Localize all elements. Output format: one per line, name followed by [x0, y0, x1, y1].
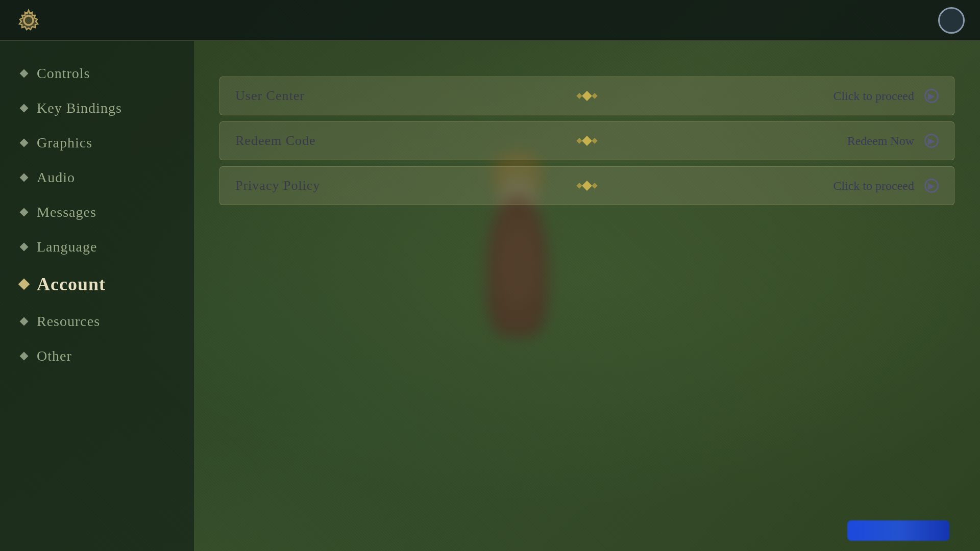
redeem-code-action: Redeem Now▶	[847, 134, 939, 148]
sidebar-item-key-bindings[interactable]: Key Bindings	[0, 91, 194, 126]
setting-row-redeem-code[interactable]: Redeem CodeRedeem Now▶	[219, 121, 954, 160]
sidebar-item-label: Key Bindings	[37, 100, 122, 116]
user-center-action: Click to proceed▶	[833, 89, 939, 103]
sidebar-item-label: Resources	[37, 313, 100, 330]
bullet-icon	[20, 105, 28, 112]
bullet-icon	[20, 353, 28, 360]
sidebar-item-label: Controls	[37, 65, 90, 82]
bullet-icon	[20, 243, 28, 251]
sidebar-item-label: Other	[37, 348, 72, 364]
sidebar-item-account[interactable]: Account	[0, 264, 194, 304]
sidebar-item-controls[interactable]: Controls	[0, 56, 194, 91]
bullet-icon	[20, 174, 28, 181]
setting-row-privacy-policy[interactable]: Privacy PolicyClick to proceed▶	[219, 166, 954, 205]
user-center-action-label: Click to proceed	[833, 89, 914, 103]
sidebar-item-label: Graphics	[37, 135, 92, 151]
row-divider	[577, 182, 597, 189]
sidebar: ControlsKey BindingsGraphicsAudioMessage…	[0, 41, 194, 551]
bullet-icon	[20, 209, 28, 216]
close-button[interactable]	[938, 7, 965, 34]
sidebar-item-label: Account	[37, 273, 106, 295]
header-bar	[0, 0, 980, 41]
main-content: User CenterClick to proceed▶Redeem CodeR…	[194, 41, 980, 551]
bullet-icon	[20, 281, 28, 288]
privacy-policy-action-label: Click to proceed	[833, 179, 914, 193]
sidebar-item-language[interactable]: Language	[0, 230, 194, 264]
arrow-right-icon: ▶	[924, 134, 939, 148]
sidebar-item-label: Audio	[37, 169, 75, 186]
redeem-code-label: Redeem Code	[235, 133, 316, 148]
sidebar-item-resources[interactable]: Resources	[0, 304, 194, 339]
bullet-icon	[20, 70, 28, 77]
privacy-policy-action: Click to proceed▶	[833, 179, 939, 193]
row-divider	[577, 137, 597, 144]
user-center-label: User Center	[235, 88, 305, 104]
sidebar-item-graphics[interactable]: Graphics	[0, 126, 194, 160]
setting-row-user-center[interactable]: User CenterClick to proceed▶	[219, 77, 954, 115]
sidebar-item-messages[interactable]: Messages	[0, 195, 194, 230]
sidebar-item-label: Language	[37, 239, 97, 255]
row-divider	[577, 92, 597, 99]
settings-gear-icon	[15, 7, 42, 34]
sidebar-item-other[interactable]: Other	[0, 339, 194, 373]
sidebar-item-label: Messages	[37, 204, 96, 220]
arrow-right-icon: ▶	[924, 179, 939, 193]
bullet-icon	[20, 139, 28, 146]
arrow-right-icon: ▶	[924, 89, 939, 103]
redeem-code-action-label: Redeem Now	[847, 134, 914, 148]
sidebar-item-audio[interactable]: Audio	[0, 160, 194, 195]
bullet-icon	[20, 318, 28, 325]
privacy-policy-label: Privacy Policy	[235, 178, 320, 193]
